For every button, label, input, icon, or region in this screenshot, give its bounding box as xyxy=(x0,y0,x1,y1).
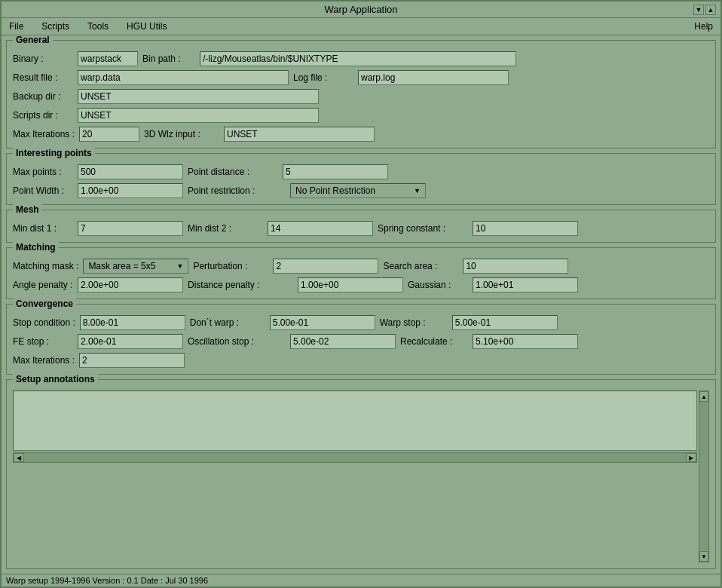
scroll-track-horizontal xyxy=(24,453,686,462)
menu-file[interactable]: File xyxy=(5,20,28,33)
perturbation-label: Perturbation : xyxy=(193,261,268,271)
setup-annotations-title: Setup annotations xyxy=(13,374,98,384)
matching-mask-label: Matching mask : xyxy=(13,261,78,271)
log-file-label: Log file : xyxy=(293,72,353,83)
title-bar-buttons: ▼ ▲ xyxy=(693,5,716,15)
menu-help[interactable]: Help xyxy=(690,20,717,33)
menu-scripts[interactable]: Scripts xyxy=(37,20,74,33)
min-dist1-label: Min dist 1 : xyxy=(13,223,73,234)
backup-dir-label: Backup dir : xyxy=(13,91,73,102)
annotations-area: ◀ ▶ ▲ ▼ xyxy=(13,390,709,562)
matching-section-title: Matching xyxy=(13,242,59,253)
minimize-button[interactable]: ▼ xyxy=(693,5,704,15)
distance-penalty-label: Distance penalty : xyxy=(188,280,293,290)
point-restriction-dropdown[interactable]: No Point Restriction ▼ xyxy=(290,183,426,198)
min-dist1-input[interactable] xyxy=(78,221,183,236)
max-iter-input[interactable] xyxy=(79,127,139,142)
scroll-left-button[interactable]: ◀ xyxy=(14,453,24,462)
title-bar: Warp Application ▼ ▲ xyxy=(2,2,720,18)
scroll-right-button[interactable]: ▶ xyxy=(686,453,696,462)
spring-constant-label: Spring constant : xyxy=(378,223,468,234)
point-width-input[interactable] xyxy=(78,183,183,198)
matching-mask-value: Mask area = 5x5 xyxy=(88,261,155,271)
conv-max-iter-label: Max Iterations : xyxy=(13,355,75,366)
dont-warp-label: Don´t warp : xyxy=(190,317,265,328)
angle-penalty-row: Angle penalty : Distance penalty : Gauss… xyxy=(13,277,709,292)
binary-row: Binary : Bin path : xyxy=(13,51,709,66)
fe-stop-input[interactable] xyxy=(78,334,183,349)
gaussian-input[interactable] xyxy=(473,277,578,292)
max-points-row: Max points : Point distance : xyxy=(13,164,709,179)
wlz-label: 3D Wlz input : xyxy=(144,129,219,139)
main-window: Warp Application ▼ ▲ File Scripts Tools … xyxy=(0,0,722,588)
bin-path-input[interactable] xyxy=(200,51,516,66)
stop-condition-input[interactable] xyxy=(80,315,185,330)
max-points-input[interactable] xyxy=(78,164,183,179)
point-width-label: Point Width : xyxy=(13,185,73,196)
min-dist2-input[interactable] xyxy=(268,221,373,236)
result-file-row: Result file : Log file : xyxy=(13,70,709,85)
recalculate-input[interactable] xyxy=(473,334,578,349)
conv-max-iter-input[interactable] xyxy=(79,353,185,368)
angle-penalty-label: Angle penalty : xyxy=(13,280,73,290)
stop-condition-row: Stop condition : Don´t warp : Warp stop … xyxy=(13,315,709,330)
max-iter-label: Max Iterations : xyxy=(13,129,75,139)
stop-condition-label: Stop condition : xyxy=(13,317,75,328)
dropdown-arrow-icon: ▼ xyxy=(414,187,421,194)
status-text: Warp setup 1994-1996 Version : 0.1 Date … xyxy=(6,576,208,585)
warp-stop-label: Warp stop : xyxy=(380,317,448,328)
scripts-dir-label: Scripts dir : xyxy=(13,110,73,121)
point-distance-label: Point distance : xyxy=(188,167,278,177)
gaussian-label: Gaussian : xyxy=(408,280,468,290)
convergence-section: Convergence Stop condition : Don´t warp … xyxy=(6,304,716,375)
result-file-input[interactable] xyxy=(78,70,289,85)
bin-path-label: Bin path : xyxy=(142,54,195,64)
distance-penalty-input[interactable] xyxy=(298,277,403,292)
max-iter-row: Max Iterations : 3D Wlz input : xyxy=(13,127,709,142)
dont-warp-input[interactable] xyxy=(270,315,375,330)
menu-hgu-utils[interactable]: HGU Utils xyxy=(122,20,171,33)
search-area-input[interactable] xyxy=(463,259,568,274)
matching-section: Matching Matching mask : Mask area = 5x5… xyxy=(6,247,716,299)
angle-penalty-input[interactable] xyxy=(78,277,183,292)
result-file-label: Result file : xyxy=(13,72,73,83)
annotations-textarea[interactable] xyxy=(13,390,697,451)
warp-stop-input[interactable] xyxy=(452,315,558,330)
general-section-title: General xyxy=(13,35,53,45)
oscillation-stop-input[interactable] xyxy=(290,334,396,349)
annotations-textarea-area: ◀ ▶ xyxy=(13,390,697,562)
mesh-section-title: Mesh xyxy=(13,204,42,215)
point-width-row: Point Width : Point restriction : No Poi… xyxy=(13,183,709,198)
scroll-up-button[interactable]: ▲ xyxy=(699,391,708,402)
maximize-button[interactable]: ▲ xyxy=(705,5,716,15)
menu-bar: File Scripts Tools HGU Utils Help xyxy=(2,18,720,35)
max-points-label: Max points : xyxy=(13,167,73,177)
menu-tools[interactable]: Tools xyxy=(83,20,113,33)
horizontal-scrollbar[interactable]: ◀ ▶ xyxy=(13,452,697,463)
matching-mask-dropdown[interactable]: Mask area = 5x5 ▼ xyxy=(83,259,188,274)
oscillation-stop-label: Oscillation stop : xyxy=(188,336,286,347)
log-file-input[interactable] xyxy=(358,70,509,85)
general-section: General Binary : Bin path : Result file … xyxy=(6,40,716,149)
binary-input[interactable] xyxy=(78,51,138,66)
main-content: General Binary : Bin path : Result file … xyxy=(2,35,720,574)
scripts-dir-row: Scripts dir : xyxy=(13,108,709,123)
point-restriction-label: Point restriction : xyxy=(188,185,286,196)
spring-constant-input[interactable] xyxy=(473,221,578,236)
conv-max-iter-row: Max Iterations : xyxy=(13,353,709,368)
convergence-section-title: Convergence xyxy=(13,299,76,309)
perturbation-input[interactable] xyxy=(273,259,378,274)
backup-dir-input[interactable] xyxy=(78,89,319,104)
fe-stop-row: FE stop : Oscillation stop : Recalculate… xyxy=(13,334,709,349)
matching-mask-row: Matching mask : Mask area = 5x5 ▼ Pertur… xyxy=(13,259,709,274)
fe-stop-label: FE stop : xyxy=(13,336,73,347)
point-restriction-value: No Point Restriction xyxy=(295,185,375,196)
backup-dir-row: Backup dir : xyxy=(13,89,709,104)
vertical-scrollbar[interactable]: ▲ ▼ xyxy=(699,390,709,562)
scripts-dir-input[interactable] xyxy=(78,108,319,123)
window-title: Warp Application xyxy=(324,4,397,15)
wlz-input[interactable] xyxy=(224,127,375,142)
recalculate-label: Recalculate : xyxy=(400,336,468,347)
scroll-down-button[interactable]: ▼ xyxy=(699,551,708,562)
point-distance-input[interactable] xyxy=(283,164,388,179)
